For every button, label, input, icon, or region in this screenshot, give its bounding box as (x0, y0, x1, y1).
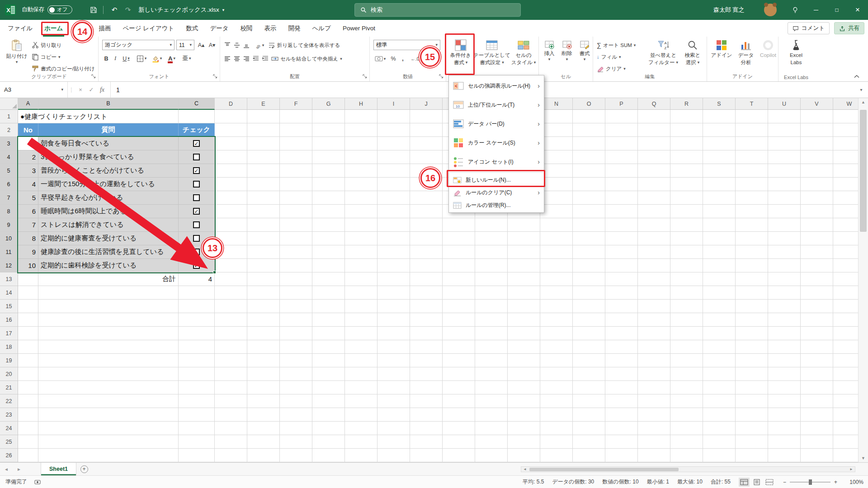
cell-U13[interactable] (768, 272, 801, 286)
clear-button[interactable]: クリア ▾ (597, 63, 626, 74)
cell-V23[interactable] (801, 408, 833, 422)
sheet-nav-left-icon[interactable]: ◄ (0, 463, 13, 475)
cell-V16[interactable] (801, 313, 833, 327)
cell-S12[interactable] (703, 259, 736, 272)
cell-L25[interactable] (475, 435, 508, 449)
format-as-table-button[interactable]: テーブルとして 書式設定▾ (476, 38, 508, 66)
cell-N3[interactable] (540, 137, 573, 150)
cell-A10[interactable]: 8 (18, 232, 38, 245)
checkbox-checked[interactable]: ✓ (193, 262, 200, 269)
column-header-U[interactable]: U (768, 98, 801, 110)
cell-Q16[interactable] (638, 313, 670, 327)
cell-I10[interactable] (377, 232, 410, 245)
cell-N20[interactable] (540, 367, 573, 381)
zoom-in-button[interactable]: + (834, 479, 837, 485)
cell-I14[interactable] (377, 286, 410, 300)
cell-I7[interactable] (377, 191, 410, 205)
cell-C18[interactable] (179, 340, 215, 354)
cell-A4[interactable]: 2 (18, 150, 38, 164)
cell-Q11[interactable] (638, 245, 670, 259)
cell-K24[interactable] (443, 422, 475, 435)
cell-O5[interactable] (573, 164, 605, 178)
cell-A26[interactable] (18, 449, 38, 462)
cell-O15[interactable] (573, 300, 605, 313)
cell-D8[interactable] (215, 205, 247, 218)
cell-H9[interactable] (345, 218, 377, 232)
cell-O13[interactable] (573, 272, 605, 286)
align-bottom-icon[interactable] (243, 42, 250, 49)
cell-R18[interactable] (670, 340, 703, 354)
cell-V7[interactable] (801, 191, 833, 205)
fill-button[interactable]: ↓ フィル ▾ (597, 52, 621, 62)
cell-O12[interactable] (573, 259, 605, 272)
cell-A2[interactable]: No (18, 123, 38, 137)
cell-U15[interactable] (768, 300, 801, 313)
cell-J12[interactable] (410, 259, 443, 272)
cell-D10[interactable] (215, 232, 247, 245)
cell-G11[interactable] (312, 245, 345, 259)
cell-A25[interactable] (18, 435, 38, 449)
cell-D7[interactable] (215, 191, 247, 205)
conditional-formatting-button[interactable]: 条件付き 書式▾ (448, 38, 474, 66)
insert-cells-button[interactable]: 挿入 ▾ (542, 38, 557, 61)
cell-D9[interactable] (215, 218, 247, 232)
cell-E19[interactable] (247, 354, 280, 367)
cell-I20[interactable] (377, 367, 410, 381)
cut-button[interactable]: 切り取り (32, 40, 62, 51)
cell-T3[interactable] (736, 137, 768, 150)
cell-D1[interactable] (215, 110, 247, 123)
cell-U14[interactable] (768, 286, 801, 300)
cell-U1[interactable] (768, 110, 801, 123)
cell-S1[interactable] (703, 110, 736, 123)
column-header-H[interactable]: H (345, 98, 377, 110)
cell-F2[interactable] (280, 123, 312, 137)
cell-Q10[interactable] (638, 232, 670, 245)
cell-E1[interactable] (247, 110, 280, 123)
tab-data[interactable]: データ (204, 20, 234, 37)
cell-Q9[interactable] (638, 218, 670, 232)
cell-C3[interactable]: ✓ (179, 137, 215, 150)
cell-O6[interactable] (573, 178, 605, 191)
cell-B9[interactable]: ストレスは解消できている (38, 218, 179, 232)
underline-button[interactable]: U ▾ (120, 53, 132, 64)
cell-J11[interactable] (410, 245, 443, 259)
cell-J15[interactable] (410, 300, 443, 313)
cell-C25[interactable] (179, 435, 215, 449)
cell-R7[interactable] (670, 191, 703, 205)
column-header-N[interactable]: N (540, 98, 573, 110)
cell-K21[interactable] (443, 381, 475, 394)
cell-R26[interactable] (670, 449, 703, 462)
cell-M17[interactable] (508, 327, 540, 340)
cell-F22[interactable] (280, 394, 312, 408)
cell-S7[interactable] (703, 191, 736, 205)
cell-Q25[interactable] (638, 435, 670, 449)
align-top-icon[interactable] (224, 42, 231, 49)
cell-R9[interactable] (670, 218, 703, 232)
cell-Q24[interactable] (638, 422, 670, 435)
cell-Q1[interactable] (638, 110, 670, 123)
drag-handle-icon[interactable]: ⋮ (68, 82, 75, 98)
orientation-button[interactable]: ab▾ (252, 40, 266, 51)
cell-Q20[interactable] (638, 367, 670, 381)
cell-G13[interactable] (312, 272, 345, 286)
cell-V24[interactable] (801, 422, 833, 435)
cell-R20[interactable] (670, 367, 703, 381)
cell-O17[interactable] (573, 327, 605, 340)
decrease-indent-icon[interactable] (252, 55, 259, 62)
row-header-18[interactable]: 18 (0, 340, 18, 354)
cell-A14[interactable] (18, 286, 38, 300)
cell-S9[interactable] (703, 218, 736, 232)
cell-N11[interactable] (540, 245, 573, 259)
cell-L21[interactable] (475, 381, 508, 394)
menu-item-manage-rules[interactable]: ルールの管理(R)... (449, 199, 544, 211)
cell-V10[interactable] (801, 232, 833, 245)
cell-C23[interactable] (179, 408, 215, 422)
excel-app-icon[interactable]: X (5, 4, 16, 16)
row-header-25[interactable]: 25 (0, 435, 18, 449)
cell-R24[interactable] (670, 422, 703, 435)
phonetic-button[interactable]: 亜 ▾ (180, 53, 193, 64)
cell-T25[interactable] (736, 435, 768, 449)
cell-F19[interactable] (280, 354, 312, 367)
cell-O1[interactable] (573, 110, 605, 123)
column-header-E[interactable]: E (247, 98, 280, 110)
